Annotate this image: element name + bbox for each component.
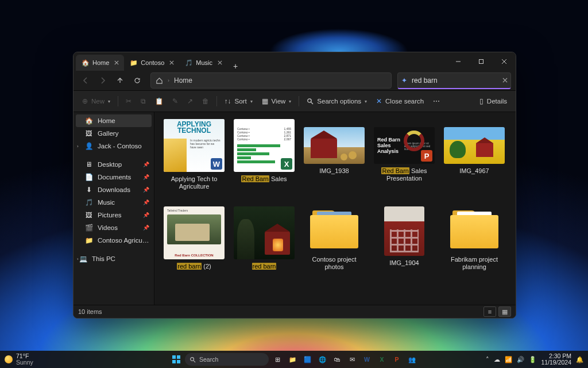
copy-button[interactable]: ⧉ <box>137 94 150 109</box>
content-area[interactable]: APPLYING TECHNOL In modern agrictu techn… <box>154 112 516 305</box>
sidebar-item-music[interactable]: 🎵Music📌 <box>74 196 154 209</box>
word-taskbar-icon[interactable]: W <box>361 353 373 366</box>
thumbnail: Contoso ▪1,455 Contoso ▪1,261 Contoso ▪2… <box>234 119 295 172</box>
file-item[interactable]: Contoso ▪1,455 Contoso ▪1,261 Contoso ▪2… <box>234 119 295 190</box>
pin-icon: 📌 <box>143 200 149 205</box>
folder-item[interactable]: Contoso project photos <box>304 206 365 271</box>
sidebar-item-desktop[interactable]: 🖥Desktop📌 <box>74 158 154 171</box>
home-icon: 🏠 <box>85 117 93 125</box>
file-item[interactable]: IMG_1938 <box>304 119 365 190</box>
tab-home[interactable]: 🏠 Home <box>76 55 124 71</box>
close-search-button[interactable]: ✕Close search <box>372 94 428 109</box>
delete-button[interactable]: 🗑 <box>198 94 213 109</box>
close-tab-button[interactable] <box>113 59 121 67</box>
sidebar-item-gallery[interactable]: 🖼Gallery <box>74 127 154 140</box>
search-field[interactable] <box>411 76 499 85</box>
chevron-up-icon[interactable]: ˄ <box>486 356 489 363</box>
icons-view-button[interactable]: ▦ <box>498 306 511 317</box>
forward-button[interactable] <box>95 73 110 88</box>
tab-contoso[interactable]: 📁 Contoso <box>124 55 179 71</box>
battery-tray-icon[interactable]: 🔋 <box>529 356 536 363</box>
svg-rect-2 <box>172 355 176 359</box>
downloads-icon: ⬇ <box>85 186 93 194</box>
file-item[interactable]: APPLYING TECHNOL In modern agrictu techn… <box>164 119 225 190</box>
tab-music[interactable]: 🎵 Music <box>179 55 227 71</box>
address-bar[interactable]: › Home <box>150 72 392 89</box>
start-button[interactable] <box>170 353 183 366</box>
file-item[interactable]: Tailwind Traders Red Barn COLLECTION red… <box>164 206 225 271</box>
new-tab-button[interactable]: + <box>227 62 243 71</box>
view-button[interactable]: ▦View▾ <box>258 94 296 109</box>
file-item[interactable]: IMG_1904 <box>374 206 435 271</box>
sidebar-item-documents[interactable]: 📄Documents📌 <box>74 171 154 183</box>
file-name: Applying Tech to Agriculture <box>164 175 225 190</box>
sidebar-item-home[interactable]: 🏠Home <box>76 114 152 127</box>
details-pane-button[interactable]: ▯Details <box>475 94 511 109</box>
videos-icon: 🎬 <box>85 224 93 232</box>
file-item[interactable]: red barn <box>234 206 295 271</box>
paste-button[interactable]: 📋 <box>151 94 167 109</box>
minimize-button[interactable] <box>447 52 470 71</box>
taskbar[interactable]: 71°F Sunny Search ⊞ 📁 🟦 🌐 🛍 ✉ W X P 👥 ˄ … <box>0 351 588 368</box>
thumbnail: Red Barn Sales Analysis Lorem ipsum dolo… <box>374 127 435 164</box>
onedrive-tray-icon[interactable]: ☁ <box>494 356 500 363</box>
powerpoint-taskbar-icon[interactable]: P <box>390 353 403 366</box>
outlook-taskbar-icon[interactable]: ✉ <box>346 353 358 366</box>
details-view-button[interactable]: ≡ <box>483 306 496 317</box>
sidebar-item-thispc[interactable]: ›💻This PC <box>74 252 154 265</box>
copilot-taskbar-icon[interactable]: 🟦 <box>301 353 314 366</box>
breadcrumb[interactable]: Home <box>174 76 192 85</box>
toolbar: ⊕New▾ ✂ ⧉ 📋 ✎ ↗ 🗑 ↑↓Sort▾ ▦View▾ Search … <box>74 90 516 112</box>
edge-taskbar-icon[interactable]: 🌐 <box>316 353 328 366</box>
nav-row: › Home ✦ <box>74 71 516 90</box>
taskbar-clock[interactable]: 2:30 PM 11/19/2024 <box>541 353 571 366</box>
close-window-button[interactable] <box>493 52 516 71</box>
back-button[interactable] <box>78 73 93 88</box>
search-input[interactable]: ✦ <box>397 72 511 89</box>
cut-button[interactable]: ✂ <box>122 94 136 109</box>
explorer-taskbar-icon[interactable]: 📁 <box>286 353 299 366</box>
new-button[interactable]: ⊕New▾ <box>78 94 114 109</box>
maximize-button[interactable] <box>470 52 493 71</box>
teams-taskbar-icon[interactable]: 👥 <box>405 353 418 366</box>
file-item[interactable]: IMG_4967 <box>444 119 505 190</box>
sidebar-item-user[interactable]: ›👤Jack - Contoso <box>74 140 154 152</box>
sidebar-item-project[interactable]: 📁Contoso Agriculture Project <box>74 234 154 247</box>
notifications-tray-icon[interactable]: 🔔 <box>576 356 583 363</box>
svg-rect-4 <box>172 360 176 363</box>
more-button[interactable]: ⋯ <box>429 94 444 109</box>
sidebar-item-downloads[interactable]: ⬇Downloads📌 <box>74 183 154 196</box>
pin-icon: 📌 <box>143 174 149 180</box>
close-tab-button[interactable] <box>216 59 224 67</box>
close-tab-button[interactable] <box>168 59 176 67</box>
search-options-button[interactable]: Search options▾ <box>303 94 371 109</box>
sidebar-item-videos[interactable]: 🎬Videos📌 <box>74 221 154 234</box>
titlebar[interactable]: 🏠 Home 📁 Contoso 🎵 Music + <box>74 52 516 71</box>
store-taskbar-icon[interactable]: 🛍 <box>331 353 343 366</box>
rename-button[interactable]: ✎ <box>168 94 182 109</box>
folder-item[interactable]: X Fabrikam project planning <box>444 206 505 271</box>
tab-label: Home <box>92 59 109 66</box>
share-button[interactable]: ↗ <box>183 94 197 109</box>
pin-icon: 📌 <box>143 162 149 167</box>
volume-tray-icon[interactable]: 🔊 <box>517 356 524 363</box>
pin-icon: 📌 <box>143 212 149 218</box>
taskbar-search[interactable]: Search <box>185 353 269 366</box>
sort-button[interactable]: ↑↓Sort▾ <box>220 94 257 109</box>
task-view-button[interactable]: ⊞ <box>271 353 284 366</box>
up-button[interactable] <box>113 73 127 88</box>
taskbar-weather[interactable]: 71°F Sunny <box>0 353 33 366</box>
item-count: 10 items <box>78 308 102 315</box>
pictures-icon: 🖼 <box>85 211 93 219</box>
chevron-right-icon[interactable]: › <box>77 256 79 262</box>
clear-search-button[interactable] <box>502 78 508 83</box>
excel-taskbar-icon[interactable]: X <box>376 353 388 366</box>
file-item[interactable]: Red Barn Sales Analysis Lorem ipsum dolo… <box>374 119 435 190</box>
sidebar-item-pictures[interactable]: 🖼Pictures📌 <box>74 209 154 221</box>
wifi-tray-icon[interactable]: 📶 <box>505 356 512 363</box>
home-icon: 🏠 <box>82 59 89 67</box>
refresh-button[interactable] <box>130 73 145 88</box>
chevron-right-icon[interactable]: › <box>77 144 79 149</box>
svg-rect-3 <box>177 355 180 359</box>
sun-icon <box>5 355 13 363</box>
